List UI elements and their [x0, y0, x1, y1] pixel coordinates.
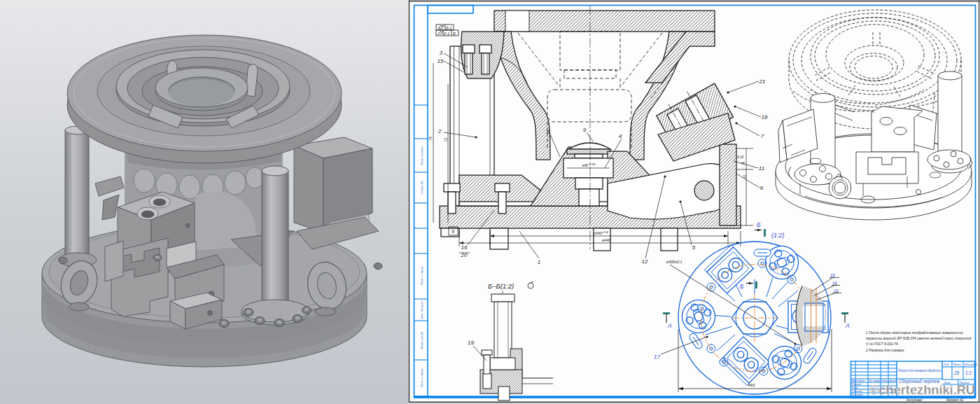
svg-text:Перв. примен.: Перв. примен. [420, 146, 424, 165]
svg-text:Б: Б [453, 32, 456, 36]
svg-text:1:2: 1:2 [965, 370, 972, 375]
svg-text:Б: Б [740, 283, 744, 290]
svg-text:Лит.: Лит. [943, 363, 950, 366]
svg-text:А: А [667, 322, 672, 329]
svg-text:Масса: Масса [953, 363, 961, 366]
svg-text:14: 14 [832, 281, 837, 285]
svg-text:Масштаб: Масштаб [965, 363, 978, 366]
svg-text:16: 16 [461, 244, 468, 251]
svg-text:0.1: 0.1 [444, 32, 449, 36]
svg-text:7: 7 [761, 133, 764, 139]
svg-text:Б: Б [757, 221, 761, 228]
svg-text:15: 15 [438, 58, 444, 64]
svg-text:Подп. и дата: Подп. и дата [420, 266, 424, 285]
svg-text:48: 48 [741, 162, 745, 165]
svg-text:Патрон для токарной обработки: Патрон для токарной обработки [898, 368, 941, 372]
svg-text:8: 8 [547, 129, 550, 135]
svg-text:V по ГОСТ 9.032-74: V по ГОСТ 9.032-74 [866, 342, 898, 346]
svg-text:Копировал: Копировал [906, 398, 923, 402]
svg-text:А: А [845, 322, 850, 329]
svg-text:11: 11 [759, 165, 764, 172]
svg-text:12: 12 [642, 258, 648, 265]
svg-text:25: 25 [953, 370, 960, 375]
svg-text:ø440: ø440 [602, 238, 611, 242]
svg-text:ø300±0.1: ø300±0.1 [666, 260, 682, 264]
svg-text:0.1: 0.1 [446, 26, 451, 30]
svg-text:17: 17 [654, 354, 660, 360]
svg-text:1 После сборки некоторые не: 1 После сборки некоторые необработанные … [866, 330, 963, 335]
svg-text:21: 21 [759, 78, 766, 85]
svg-text:6: 6 [760, 185, 764, 191]
svg-text:10: 10 [830, 273, 835, 277]
svg-text:6.10: 6.10 [738, 155, 744, 159]
svg-text:3: 3 [440, 50, 443, 56]
svg-text:Подп. и дата: Подп. и дата [420, 368, 424, 387]
svg-text:Инв. № дубл.: Инв. № дубл. [420, 300, 424, 319]
svg-text:Справ. №: Справ. № [420, 181, 424, 194]
svg-text:Н.контр.: Н.контр. [852, 393, 864, 396]
svg-text:75: 75 [428, 137, 433, 141]
svg-text:4: 4 [619, 133, 622, 139]
svg-text:2 Размеры для справок: 2 Размеры для справок [865, 348, 904, 352]
svg-text:окрасить краской ЭП-51В-154: окрасить краской ЭП-51В-154 светло-зелен… [866, 336, 972, 340]
svg-text:Формат А1: Формат А1 [946, 398, 964, 402]
svg-text:©chertezhniki.RU: ©chertezhniki.RU [869, 382, 975, 397]
svg-text:51: 51 [743, 174, 747, 179]
svg-text:5: 5 [692, 244, 696, 251]
svg-text:18: 18 [762, 114, 768, 120]
svg-text:(1:2): (1:2) [771, 232, 785, 239]
svg-text:2: 2 [438, 128, 442, 134]
svg-text:19: 19 [468, 340, 474, 346]
svg-text:9: 9 [583, 127, 587, 133]
svg-text:73: 73 [444, 138, 448, 142]
svg-text:Б–Б(1:2): Б–Б(1:2) [488, 282, 514, 290]
svg-text:13: 13 [834, 288, 839, 293]
svg-text:440: 440 [748, 383, 755, 387]
svg-text:9: 9 [451, 229, 454, 234]
svg-text:Взам. инв.№: Взам. инв.№ [420, 331, 424, 349]
svg-text:1: 1 [538, 259, 540, 265]
